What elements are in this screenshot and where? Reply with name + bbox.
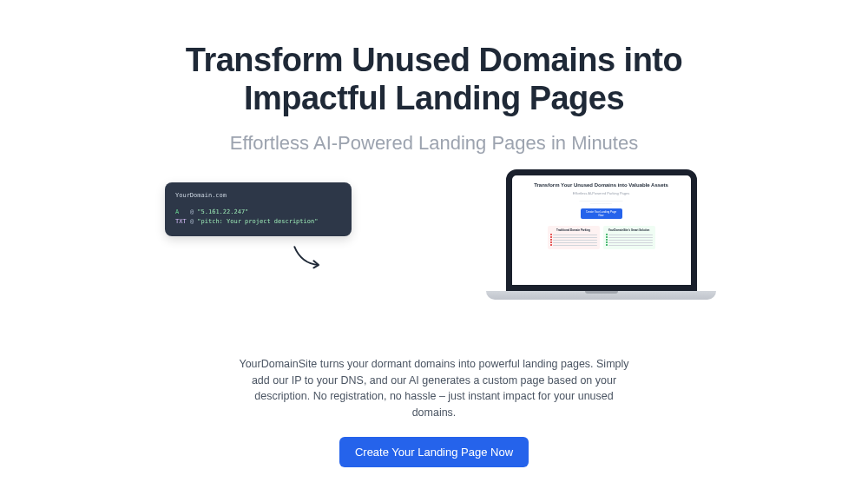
laptop-mockup: Transform Your Unused Domains into Valua… — [486, 169, 716, 300]
dns-domain-label: YourDomain.com — [175, 191, 341, 201]
dns-config-card: YourDomain.com A @ "5.161.22.247" TXT @ … — [165, 182, 352, 236]
arrow-icon — [291, 241, 326, 272]
mini-page-subtitle: Effortless AI-Powered Parking Pages — [523, 191, 681, 195]
hero-illustration: YourDomain.com A @ "5.161.22.247" TXT @ … — [139, 182, 729, 330]
dns-txt-record: TXT @ "pitch: Your project description" — [175, 217, 341, 227]
laptop-notch — [591, 169, 612, 175]
laptop-screen: Transform Your Unused Domains into Valua… — [506, 169, 697, 291]
mini-card-red-title: Traditional Domain Parking — [550, 228, 597, 232]
mini-page-title: Transform Your Unused Domains into Valua… — [523, 182, 681, 188]
dns-a-value: "5.161.22.247" — [197, 208, 248, 215]
page-title: Transform Unused Domains into Impactful … — [139, 42, 729, 117]
mini-card-solution: YourDomainSite's Smart Solution — [603, 226, 655, 249]
dns-txt-type: TXT — [175, 218, 187, 225]
mini-comparison-cards: Traditional Domain Parking YourDomainSit… — [523, 226, 681, 249]
mini-card-traditional: Traditional Domain Parking — [548, 226, 600, 249]
page-subtitle: Effortless AI-Powered Landing Pages in M… — [217, 131, 651, 156]
hero-description: YourDomainSite turns your dormant domain… — [234, 356, 634, 421]
dns-at-symbol: @ — [190, 218, 194, 225]
dns-a-type: A — [175, 208, 179, 215]
dns-a-record: A @ "5.161.22.247" — [175, 208, 341, 217]
cta-button[interactable]: Create Your Landing Page Now — [339, 437, 529, 467]
dns-at-symbol: @ — [190, 208, 194, 215]
hero-section: Transform Unused Domains into Impactful … — [122, 0, 746, 467]
mini-cta-button: Create Your Landing Page Now — [581, 208, 622, 219]
laptop-base — [486, 291, 716, 300]
dns-txt-value: "pitch: Your project description" — [197, 218, 318, 225]
mini-description: —————————————————————————————— — [523, 200, 681, 206]
mini-card-green-title: YourDomainSite's Smart Solution — [606, 228, 653, 232]
